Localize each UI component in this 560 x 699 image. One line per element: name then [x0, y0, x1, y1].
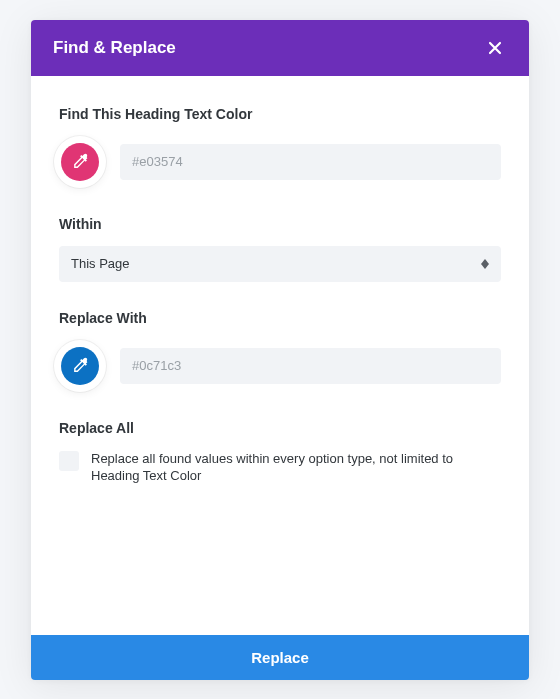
within-select-row: This Page — [59, 246, 501, 282]
replace-color-input[interactable] — [132, 358, 489, 373]
find-color-swatch[interactable] — [61, 143, 99, 181]
replace-color-swatch[interactable] — [61, 347, 99, 385]
find-swatch-outer — [54, 136, 106, 188]
within-label: Within — [59, 216, 501, 232]
modal-body: Find This Heading Text Color Within This… — [31, 76, 529, 635]
close-icon — [487, 40, 503, 56]
modal-header: Find & Replace — [31, 20, 529, 76]
find-color-input[interactable] — [132, 154, 489, 169]
sort-icon — [481, 259, 489, 269]
eyedropper-icon — [72, 357, 89, 374]
find-label: Find This Heading Text Color — [59, 106, 501, 122]
close-button[interactable] — [483, 36, 507, 60]
within-select[interactable]: This Page — [59, 246, 501, 282]
modal-title: Find & Replace — [53, 38, 176, 58]
replace-swatch-outer — [54, 340, 106, 392]
replace-all-row: Replace all found values within every op… — [59, 450, 501, 485]
replace-color-row — [59, 340, 501, 392]
replace-all-description: Replace all found values within every op… — [91, 450, 501, 485]
replace-all-checkbox[interactable] — [59, 451, 79, 471]
within-select-value: This Page — [71, 256, 481, 271]
replace-color-input-wrap — [120, 348, 501, 384]
replace-button[interactable]: Replace — [31, 635, 529, 680]
replace-all-label: Replace All — [59, 420, 501, 436]
modal-footer: Replace — [31, 635, 529, 680]
replace-with-label: Replace With — [59, 310, 501, 326]
find-color-row — [59, 136, 501, 188]
eyedropper-icon — [72, 153, 89, 170]
find-replace-modal: Find & Replace Find This Heading Text Co… — [31, 20, 529, 680]
find-color-input-wrap — [120, 144, 501, 180]
